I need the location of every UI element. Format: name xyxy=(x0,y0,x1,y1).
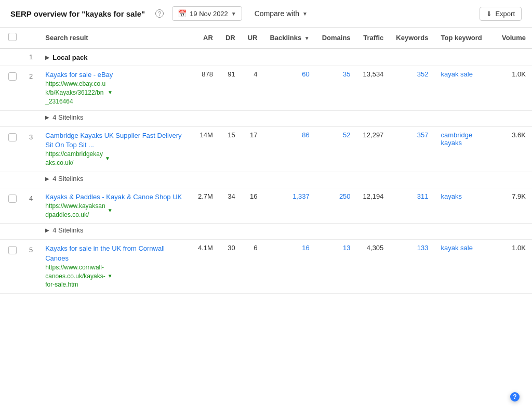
sitelinks-toggle[interactable]: ▶ 4 Sitelinks xyxy=(45,175,83,183)
sitelinks-expand-icon: ▶ xyxy=(45,114,49,120)
row-keywords[interactable]: 311 xyxy=(390,188,434,224)
sitelinks-empty-checkbox xyxy=(0,110,23,126)
date-picker-button[interactable]: 📅 19 Nov 2022 ▼ xyxy=(172,6,242,21)
th-top-keyword[interactable]: Top keyword xyxy=(434,28,496,48)
result-url[interactable]: https://cambridgekayaks.co.uk/ ▼ xyxy=(45,150,185,167)
row-ur: 6 xyxy=(242,240,264,294)
search-result-cell: Kayaks for sale in the UK from Cornwall … xyxy=(39,240,192,294)
date-dropdown-arrow: ▼ xyxy=(231,11,236,17)
local-pack-label: Local pack xyxy=(52,54,87,61)
th-volume[interactable]: Volume xyxy=(496,28,532,48)
row-ur: 4 xyxy=(242,66,264,111)
search-result-cell: Cambridge Kayaks UK Supplier Fast Delive… xyxy=(39,126,192,172)
result-url[interactable]: https://www.cornwall-canoes.co.uk/kayaks… xyxy=(45,263,185,289)
export-button[interactable]: ⇓ Export xyxy=(480,7,522,21)
url-expand-arrow[interactable]: ▼ xyxy=(108,273,113,280)
th-dr[interactable]: DR xyxy=(219,28,242,48)
result-title[interactable]: Kayaks for sale - eBay xyxy=(45,71,113,79)
th-keywords[interactable]: Keywords xyxy=(390,28,434,48)
row-ar: 878 xyxy=(192,66,219,111)
th-search-result: Search result xyxy=(39,28,192,48)
help-icon[interactable]: ? xyxy=(155,9,164,18)
row-traffic: 12,297 xyxy=(357,126,390,172)
compare-label: Compare with xyxy=(255,9,299,18)
local-pack-row: 1 ▶ Local pack xyxy=(0,48,532,66)
row-checkbox[interactable] xyxy=(8,133,17,141)
sitelinks-empty-checkbox xyxy=(0,224,23,240)
result-title[interactable]: Kayaks & Paddles - Kayak & Canoe Shop UK xyxy=(45,193,182,201)
row-checkbox-cell xyxy=(0,240,23,294)
sitelinks-cell: ▶ 4 Sitelinks xyxy=(39,172,532,188)
local-pack-cell: ▶ Local pack xyxy=(39,48,532,66)
local-pack-toggle[interactable]: ▶ Local pack xyxy=(45,54,87,61)
sitelinks-toggle[interactable]: ▶ 4 Sitelinks xyxy=(45,113,83,121)
row-top-keyword[interactable]: kayak sale xyxy=(434,66,496,111)
sitelinks-empty-rank xyxy=(23,110,39,126)
sitelinks-expand-icon: ▶ xyxy=(45,227,49,233)
row-traffic: 12,194 xyxy=(357,188,390,224)
sitelinks-toggle[interactable]: ▶ 4 Sitelinks xyxy=(45,226,83,234)
url-expand-arrow[interactable]: ▼ xyxy=(108,89,113,96)
th-traffic[interactable]: Traffic xyxy=(357,28,390,48)
row-dr: 15 xyxy=(219,126,242,172)
row-checkbox[interactable] xyxy=(8,195,17,203)
sitelinks-row: ▶ 4 Sitelinks xyxy=(0,224,532,240)
row-domains[interactable]: 35 xyxy=(316,66,357,111)
url-expand-arrow[interactable]: ▼ xyxy=(105,155,110,162)
row-top-keyword[interactable]: kayaks xyxy=(434,188,496,224)
sitelinks-label: 4 Sitelinks xyxy=(52,175,83,183)
table-row: 2 Kayaks for sale - eBay https://www.eba… xyxy=(0,66,532,111)
result-title[interactable]: Cambridge Kayaks UK Supplier Fast Delive… xyxy=(45,132,181,149)
row-rank: 3 xyxy=(23,126,39,172)
serp-table: Search result AR DR UR Backlinks ▼ Domai… xyxy=(0,28,532,294)
row-checkbox[interactable] xyxy=(8,246,17,254)
row-volume: 1.0K xyxy=(496,66,532,111)
row-backlinks[interactable]: 16 xyxy=(263,240,315,294)
sitelinks-label: 4 Sitelinks xyxy=(52,226,83,234)
compare-button[interactable]: Compare with ▼ xyxy=(255,9,308,18)
header-checkbox[interactable] xyxy=(8,33,17,41)
page-header: SERP overview for "kayaks for sale" ? 📅 … xyxy=(0,0,532,28)
backlinks-sort-icon: ▼ xyxy=(304,35,310,41)
compare-dropdown-arrow: ▼ xyxy=(302,11,308,17)
local-pack-checkbox-cell xyxy=(0,48,23,66)
table-body: 1 ▶ Local pack 2 Kayaks for sale - eBay … xyxy=(0,48,532,294)
sitelinks-row: ▶ 4 Sitelinks xyxy=(0,110,532,126)
row-domains[interactable]: 250 xyxy=(316,188,357,224)
sitelinks-label: 4 Sitelinks xyxy=(52,113,83,121)
result-url[interactable]: https://www.ebay.co.uk/b/Kayaks/36122/bn… xyxy=(45,80,185,106)
sitelinks-cell: ▶ 4 Sitelinks xyxy=(39,224,532,240)
row-rank: 2 xyxy=(23,66,39,111)
row-backlinks[interactable]: 1,337 xyxy=(263,188,315,224)
row-checkbox[interactable] xyxy=(8,72,17,81)
row-keywords[interactable]: 352 xyxy=(390,66,434,111)
local-pack-rank: 1 xyxy=(23,48,39,66)
row-ar: 4.1M xyxy=(192,240,219,294)
sitelinks-cell: ▶ 4 Sitelinks xyxy=(39,110,532,126)
row-backlinks[interactable]: 86 xyxy=(263,126,315,172)
row-ur: 16 xyxy=(242,188,264,224)
row-top-keyword[interactable]: kayak sale xyxy=(434,240,496,294)
export-label: Export xyxy=(495,10,515,18)
url-expand-arrow[interactable]: ▼ xyxy=(108,207,113,214)
sitelinks-empty-rank xyxy=(23,224,39,240)
row-keywords[interactable]: 133 xyxy=(390,240,434,294)
result-url[interactable]: https://www.kayaksandpaddles.co.uk/ ▼ xyxy=(45,202,185,219)
row-traffic: 13,534 xyxy=(357,66,390,111)
th-ar[interactable]: AR xyxy=(192,28,219,48)
row-backlinks[interactable]: 60 xyxy=(263,66,315,111)
th-domains[interactable]: Domains xyxy=(316,28,357,48)
sitelinks-expand-icon: ▶ xyxy=(45,176,49,182)
serp-table-wrapper: Search result AR DR UR Backlinks ▼ Domai… xyxy=(0,28,532,294)
row-domains[interactable]: 52 xyxy=(316,126,357,172)
th-ur[interactable]: UR xyxy=(242,28,264,48)
row-keywords[interactable]: 357 xyxy=(390,126,434,172)
row-top-keyword[interactable]: cambridge kayaks xyxy=(434,126,496,172)
export-icon: ⇓ xyxy=(486,10,492,18)
row-domains[interactable]: 13 xyxy=(316,240,357,294)
row-traffic: 4,305 xyxy=(357,240,390,294)
sitelinks-row: ▶ 4 Sitelinks xyxy=(0,172,532,188)
result-title[interactable]: Kayaks for sale in the UK from Cornwall … xyxy=(45,244,165,262)
th-backlinks[interactable]: Backlinks ▼ xyxy=(263,28,315,48)
calendar-icon: 📅 xyxy=(178,9,187,18)
